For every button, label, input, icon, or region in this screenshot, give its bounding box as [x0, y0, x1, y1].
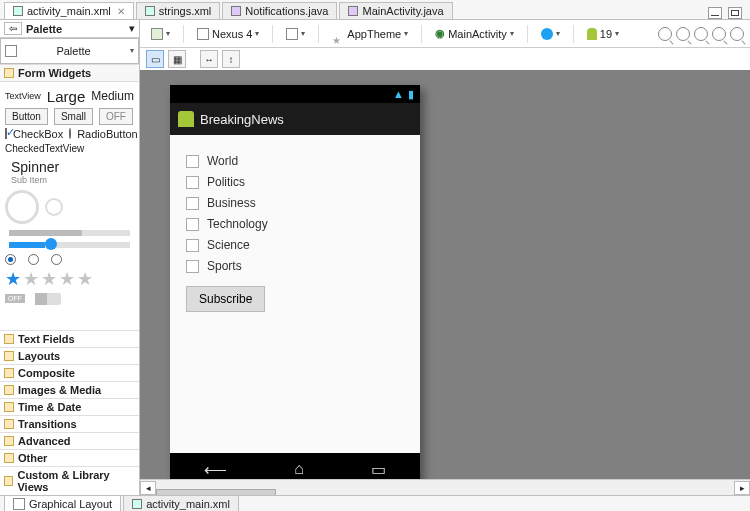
api-dropdown[interactable]: 19▾	[582, 25, 624, 43]
star-icon: ★	[41, 268, 57, 290]
checkbox-business[interactable]: Business	[186, 196, 404, 210]
large-text-label: Large	[47, 88, 85, 105]
checkbox-label: Science	[207, 238, 250, 252]
widget-ratingbar[interactable]: ★ ★ ★ ★ ★	[5, 268, 134, 290]
palette-title: Palette	[26, 23, 62, 35]
api-label: 19	[600, 28, 612, 40]
palette-icon	[5, 45, 17, 57]
textview-label: TextView	[5, 91, 41, 101]
cat-custom-views[interactable]: Custom & Library Views	[0, 466, 139, 495]
cat-transitions[interactable]: Transitions	[0, 415, 139, 432]
back-button[interactable]: ⇦	[4, 22, 22, 35]
tab-activity-main[interactable]: activity_main.xml ✕	[4, 2, 134, 19]
section-form-widgets[interactable]: Form Widgets	[0, 64, 139, 82]
orientation-dropdown[interactable]: ▾	[281, 25, 310, 43]
widget-progress-circles[interactable]	[5, 190, 134, 224]
checkbox-sports[interactable]: Sports	[186, 259, 404, 273]
zoom-actual-button[interactable]	[694, 27, 708, 41]
wifi-icon: ▲	[393, 88, 404, 100]
widget-textview-row[interactable]: TextView Large Medium Small	[5, 88, 134, 105]
minimize-button[interactable]	[708, 7, 722, 19]
medium-text-label: Medium	[91, 89, 134, 103]
widget-checkedtextview[interactable]: CheckedTextView	[5, 143, 84, 154]
spinner-subitem: Sub Item	[11, 175, 128, 185]
folder-icon	[4, 436, 14, 446]
bottom-tab-label: Graphical Layout	[29, 498, 112, 510]
widget-radio-group[interactable]	[5, 254, 134, 265]
editor-bottom-tabs: Graphical Layout activity_main.xml	[0, 495, 750, 511]
widget-off-button[interactable]: OFF	[99, 108, 133, 125]
zoom-in-button[interactable]	[712, 27, 726, 41]
zoom-reset-button[interactable]	[676, 27, 690, 41]
folder-icon	[4, 476, 13, 486]
checkbox-science[interactable]: Science	[186, 238, 404, 252]
editor-tab-bar: activity_main.xml ✕ strings.xml Notifica…	[0, 0, 750, 20]
tab-notifications-java[interactable]: Notifications.java	[222, 2, 337, 19]
cat-other[interactable]: Other	[0, 449, 139, 466]
activity-dropdown[interactable]: ◉MainActivity▾	[430, 24, 519, 43]
widget-spinner[interactable]: Spinner	[11, 159, 128, 175]
cat-time-date[interactable]: Time & Date	[0, 398, 139, 415]
palette-dropdown[interactable]: Palette ▾	[0, 38, 139, 64]
collapse-icon[interactable]: ▾	[129, 22, 135, 35]
radio-off-icon	[51, 254, 62, 265]
zoom-fit-button[interactable]	[658, 27, 672, 41]
nav-recent-icon[interactable]: ▭	[371, 460, 386, 479]
tab-mainactivity-java[interactable]: MainActivity.java	[339, 2, 452, 19]
java-file-icon	[231, 6, 241, 16]
action-bar: BreakingNews	[170, 103, 420, 135]
cat-label: Transitions	[18, 418, 77, 430]
tab-label: strings.xml	[159, 5, 212, 17]
subscribe-button[interactable]: Subscribe	[186, 286, 265, 312]
widget-progressbar[interactable]	[9, 230, 130, 236]
tab-label: Notifications.java	[245, 5, 328, 17]
widget-small-button[interactable]: Small	[54, 108, 93, 125]
nav-home-icon[interactable]: ⌂	[294, 460, 304, 478]
cat-layouts[interactable]: Layouts	[0, 347, 139, 364]
cat-label: Advanced	[18, 435, 71, 447]
zoom-out-button[interactable]	[730, 27, 744, 41]
scroll-thumb[interactable]	[156, 489, 276, 496]
checkbox-politics[interactable]: Politics	[186, 175, 404, 189]
xml-file-icon	[145, 6, 155, 16]
scroll-right-button[interactable]: ▸	[734, 481, 750, 495]
design-canvas[interactable]: ▲ ▮ BreakingNews World Politics Business…	[140, 70, 750, 495]
checkbox-technology[interactable]: Technology	[186, 217, 404, 231]
section-label: Form Widgets	[18, 67, 91, 79]
nav-back-icon[interactable]: ⟵	[204, 460, 227, 479]
close-icon[interactable]: ✕	[117, 6, 125, 17]
folder-icon	[4, 419, 14, 429]
config-dropdown[interactable]: ▾	[146, 25, 175, 43]
config-icon	[151, 28, 163, 40]
cat-advanced[interactable]: Advanced	[0, 432, 139, 449]
checkbox-label: Sports	[207, 259, 242, 273]
folder-icon	[4, 368, 14, 378]
cat-label: Time & Date	[18, 401, 81, 413]
device-dropdown[interactable]: Nexus 4▾	[192, 25, 264, 43]
widget-button[interactable]: Button	[5, 108, 48, 125]
toggle-height-button[interactable]: ↕	[222, 50, 240, 68]
widget-checkbox[interactable]: CheckBox	[13, 128, 63, 140]
tab-source-xml[interactable]: activity_main.xml	[123, 496, 239, 511]
widget-seekbar[interactable]	[9, 242, 130, 248]
locale-dropdown[interactable]: ▾	[536, 25, 565, 43]
progress-circle-icon	[5, 190, 39, 224]
widget-radiobutton[interactable]: RadioButton	[77, 128, 138, 140]
checkbox-icon	[186, 155, 199, 168]
checkbox-world[interactable]: World	[186, 154, 404, 168]
cat-text-fields[interactable]: Text Fields	[0, 330, 139, 347]
radio-icon	[69, 128, 71, 139]
tab-strings[interactable]: strings.xml	[136, 2, 221, 19]
maximize-button[interactable]	[728, 7, 742, 19]
horizontal-scrollbar[interactable]: ◂ ▸	[140, 479, 750, 495]
progress-circle-small-icon	[45, 198, 63, 216]
scroll-left-button[interactable]: ◂	[140, 481, 156, 495]
widget-switch[interactable]: OFF	[5, 293, 134, 305]
theme-dropdown[interactable]: AppTheme▾	[327, 25, 413, 43]
view-normal-button[interactable]: ▭	[146, 50, 164, 68]
toggle-width-button[interactable]: ↔	[200, 50, 218, 68]
cat-images-media[interactable]: Images & Media	[0, 381, 139, 398]
tab-graphical-layout[interactable]: Graphical Layout	[4, 496, 121, 511]
cat-composite[interactable]: Composite	[0, 364, 139, 381]
view-blueprint-button[interactable]: ▦	[168, 50, 186, 68]
